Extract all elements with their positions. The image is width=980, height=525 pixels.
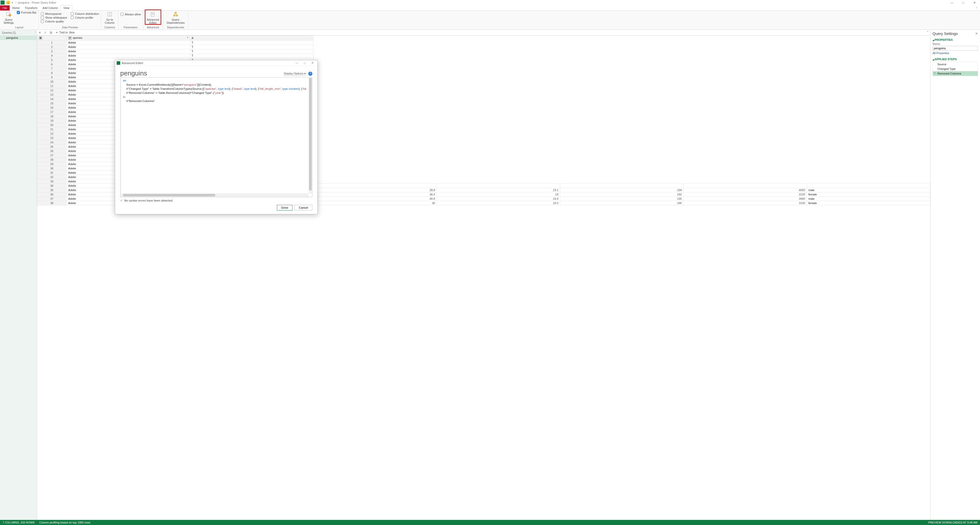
formula-expand-icon[interactable]: ˅ <box>925 31 930 35</box>
cell-bill-length[interactable]: 40.8 <box>313 197 437 201</box>
ribbon-group-parameters: Always allow Parameters <box>118 11 143 30</box>
column-dropdown-icon[interactable]: ▾ <box>187 36 188 39</box>
cell-bill-depth[interactable]: 19.1 <box>437 188 560 192</box>
cell-bill-depth[interactable]: 18 <box>437 192 560 197</box>
code-content[interactable]: let Source = Excel.CurrentWorkbook(){[Na… <box>121 78 312 194</box>
table-row[interactable]: 1 Adelie T <box>37 41 930 45</box>
cell-sex[interactable]: female <box>807 201 930 205</box>
done-button[interactable]: Done <box>277 205 293 211</box>
row-number: 22 <box>37 132 67 136</box>
all-properties-link[interactable]: All Properties <box>932 52 978 55</box>
formula-text[interactable]: = Table.Rem <box>54 31 925 34</box>
syntax-status: ✓ No syntax errors have been detected. <box>120 197 312 204</box>
formula-commit-icon[interactable]: ✓ <box>43 31 48 35</box>
monospaced-checkbox[interactable]: Monospaced <box>41 12 67 15</box>
cell-sex[interactable] <box>807 184 930 188</box>
properties-header[interactable]: PROPERTIES <box>932 38 978 41</box>
cell-species[interactable]: Adelie <box>67 41 190 45</box>
applied-steps-header[interactable]: APPLIED STEPS <box>932 58 978 61</box>
window-maximize-button[interactable]: □ <box>958 0 969 5</box>
cell-sex[interactable]: female <box>807 192 930 197</box>
cell-species[interactable]: Adelie <box>67 49 190 54</box>
settings-close-icon[interactable]: ✕ <box>975 32 978 35</box>
cell-flipper[interactable]: 182 <box>560 192 683 197</box>
column-profile-checkbox[interactable]: Column profile <box>71 16 99 19</box>
formula-cancel-icon[interactable]: ✕ <box>37 31 43 35</box>
cell-partial[interactable]: T <box>190 49 313 54</box>
window-close-button[interactable]: ✕ <box>969 0 980 5</box>
dialog-titlebar[interactable]: Advanced Editor — □ ✕ <box>115 60 318 66</box>
dialog-maximize-button[interactable]: □ <box>301 61 308 65</box>
formula-bar-checkbox[interactable]: Formula Bar <box>17 11 37 14</box>
code-hscrollbar[interactable] <box>121 194 309 197</box>
cell-flipper[interactable] <box>560 184 683 188</box>
cell-flipper[interactable]: 195 <box>560 197 683 201</box>
cell-body-mass[interactable]: 3150 <box>683 192 807 197</box>
query-item-penguins[interactable]: penguins <box>0 35 37 40</box>
group-label-data-preview: Data Preview <box>39 25 101 30</box>
table-row[interactable]: 3 Adelie T <box>37 49 930 54</box>
cancel-button[interactable]: Cancel <box>294 205 312 211</box>
cell-partial[interactable]: T <box>190 45 313 49</box>
cell-partial[interactable]: T <box>190 54 313 58</box>
fx-icon[interactable]: fx <box>48 31 54 35</box>
status-profiling[interactable]: Column profiling based on top 1000 rows <box>39 521 90 524</box>
dependencies-icon <box>172 11 179 17</box>
cell-body-mass[interactable]: 4650 <box>683 188 807 192</box>
step-changed-type[interactable]: Changed Type <box>933 67 978 71</box>
dialog-minimize-button[interactable]: — <box>293 61 301 65</box>
cell-species[interactable]: Adelie <box>67 54 190 58</box>
step-removed-columns[interactable]: Removed Columns <box>933 71 978 76</box>
cell-flipper[interactable]: 184 <box>560 188 683 192</box>
queries-collapse-icon[interactable]: ‹ <box>34 31 37 33</box>
cell-flipper[interactable]: 186 <box>560 201 683 205</box>
tab-add-column[interactable]: Add Column <box>40 5 61 11</box>
display-options-dropdown[interactable]: Display Options ▾ <box>284 72 306 76</box>
cell-bill-length[interactable]: 36.5 <box>313 192 437 197</box>
row-number: 10 <box>37 79 67 84</box>
cell-bill-length[interactable] <box>313 184 437 188</box>
smiley-icon[interactable]: ☺ <box>6 0 10 5</box>
column-header-species[interactable]: Aᴮspecies▾ <box>67 36 190 41</box>
advanced-editor-button[interactable]: Advanced Editor <box>145 10 161 24</box>
table-corner[interactable]: ▦ <box>37 36 67 41</box>
code-editor[interactable]: let Source = Excel.CurrentWorkbook(){[Na… <box>120 77 312 197</box>
cell-species[interactable]: Adelie <box>67 45 190 49</box>
column-distribution-checkbox[interactable]: Column distribution <box>71 12 99 15</box>
dialog-app-icon <box>117 61 120 65</box>
go-to-column-button[interactable]: Go to Column <box>103 10 116 24</box>
status-preview-time: PREVIEW DOWNLOADED AT 9:49 AM <box>928 521 977 524</box>
cell-bill-length[interactable]: 39.8 <box>313 188 437 192</box>
cell-bill-depth[interactable]: 18.5 <box>437 201 560 205</box>
query-dependencies-button[interactable]: Query Dependencies <box>165 10 186 24</box>
help-icon[interactable]: ? <box>308 72 312 76</box>
cell-partial[interactable]: T <box>190 41 313 45</box>
go-to-column-label: Go to Column <box>105 18 115 24</box>
query-settings-button[interactable]: Query Settings <box>2 10 15 24</box>
settings-title: Query Settings <box>932 32 958 36</box>
column-header-partial[interactable]: A <box>190 36 313 41</box>
cell-bill-length[interactable]: 36 <box>313 201 437 205</box>
cell-sex[interactable]: male <box>807 197 930 201</box>
row-number: 33 <box>37 179 67 184</box>
column-quality-checkbox[interactable]: Column quality <box>41 20 67 23</box>
dialog-close-button[interactable]: ✕ <box>309 61 316 65</box>
window-minimize-button[interactable]: — <box>946 0 958 5</box>
query-name-input[interactable] <box>932 46 978 51</box>
cell-body-mass[interactable]: 3900 <box>683 197 807 201</box>
cell-sex[interactable]: male <box>807 188 930 192</box>
qat-dropdown-icon[interactable]: ▾ <box>12 1 13 4</box>
table-row[interactable]: 4 Adelie T <box>37 54 930 58</box>
code-vscrollbar[interactable] <box>309 78 312 194</box>
cell-body-mass[interactable] <box>683 184 807 188</box>
cell-bill-depth[interactable] <box>437 184 560 188</box>
cell-bill-depth[interactable]: 18.4 <box>437 197 560 201</box>
always-allow-checkbox[interactable]: Always allow <box>121 13 141 16</box>
tab-view[interactable]: View <box>60 5 72 11</box>
syntax-message: No syntax errors have been detected. <box>124 199 173 202</box>
step-source[interactable]: Source <box>933 62 978 67</box>
table-row[interactable]: 2 Adelie T <box>37 45 930 49</box>
ribbon-collapse-icon[interactable]: ˄ <box>974 7 980 11</box>
show-whitespace-checkbox[interactable]: Show whitespace <box>41 16 67 19</box>
cell-body-mass[interactable]: 3100 <box>683 201 807 205</box>
